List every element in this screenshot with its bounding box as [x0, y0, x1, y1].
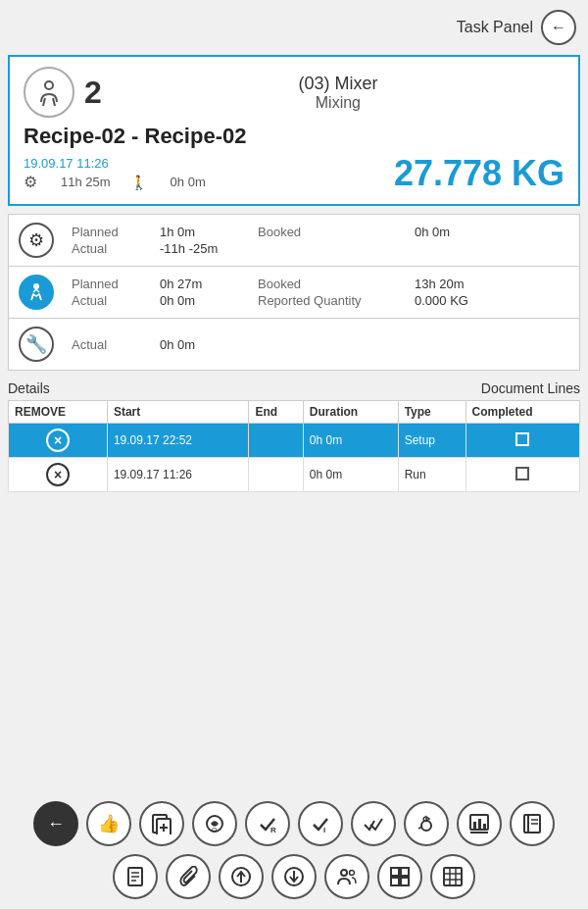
- svg-line-5: [39, 294, 41, 300]
- rooster-icon: [416, 813, 437, 834]
- actual-label-2: Actual: [72, 293, 160, 308]
- svg-point-11: [213, 822, 217, 826]
- attach-icon: [177, 866, 199, 887]
- booked-value-2: 13h 20m: [415, 277, 513, 291]
- type-cell-1: Setup: [398, 424, 466, 458]
- quantity-display: 27.778 KG: [394, 153, 564, 194]
- col-type: Type: [398, 401, 466, 424]
- end-cell-2: [249, 458, 303, 492]
- reported-qty-label: Reported Quantity: [258, 293, 415, 308]
- grid-icon: [389, 866, 411, 887]
- walk-icon-circle: [19, 275, 54, 310]
- completed-checkbox-1[interactable]: [515, 432, 529, 446]
- duration-cell-1: 0h 0m: [303, 424, 398, 458]
- header-date: 19.09.17 11:26: [24, 156, 206, 171]
- col-duration: Duration: [303, 401, 398, 424]
- svg-line-2: [53, 98, 55, 106]
- gear-icon: ⚙: [24, 173, 37, 191]
- scan-icon: O: [204, 813, 225, 834]
- booked2-value-1: [415, 241, 513, 256]
- page-icon: [124, 866, 146, 887]
- thumbs-up-button[interactable]: 👍: [86, 801, 131, 846]
- reported-qty-value: 0.000 KG: [415, 293, 513, 308]
- back-icon: ←: [47, 814, 65, 834]
- grid-button[interactable]: [377, 854, 422, 899]
- col-start: Start: [107, 401, 249, 424]
- gear-icon-circle: ⚙: [19, 223, 54, 258]
- download-button[interactable]: [271, 854, 317, 899]
- back-button[interactable]: ←: [33, 801, 78, 846]
- svg-rect-18: [473, 822, 476, 830]
- upload-button[interactable]: [219, 854, 264, 899]
- svg-text:O: O: [212, 827, 218, 833]
- header-card: 2 (03) Mixer Mixing Recipe-02 - Recipe-0…: [8, 55, 580, 206]
- remove-cell-1[interactable]: ×: [9, 424, 108, 458]
- header-center: (03) Mixer Mixing: [102, 74, 564, 112]
- planned-label-1: Planned: [72, 225, 160, 239]
- completed-cell-1[interactable]: [466, 424, 580, 458]
- completed-cell-2[interactable]: [466, 458, 580, 492]
- planned-value-1: 1h 0m: [160, 225, 258, 239]
- back-arrow-icon: ←: [551, 19, 566, 36]
- end-cell-1: [249, 424, 303, 458]
- check-i-icon: I: [310, 813, 331, 834]
- walk-icon-cell: [9, 267, 64, 318]
- start-cell-1: 19.09.17 22:52: [107, 424, 249, 458]
- check-r-icon: R: [257, 813, 278, 834]
- check-complete-button[interactable]: [351, 801, 396, 846]
- mixer-title: (03) Mixer: [112, 74, 564, 94]
- detail-row-walk: Planned 0h 27m Booked 13h 20m Actual 0h …: [9, 267, 579, 318]
- actual-label-3: Actual: [72, 337, 160, 352]
- start-cell-2: 19.09.17 11:26: [107, 458, 249, 492]
- scan-button[interactable]: O: [192, 801, 237, 846]
- col-remove: REMOVE: [9, 401, 108, 424]
- task-panel-title: Task Panel: [457, 19, 533, 36]
- attach-button[interactable]: [166, 854, 211, 899]
- rooster-button[interactable]: [404, 801, 449, 846]
- planned-value-2: 0h 27m: [160, 277, 258, 291]
- svg-point-15: [421, 821, 431, 831]
- gear-data: Planned 1h 0m Booked 0h 0m Actual -11h -…: [64, 219, 579, 262]
- remove-button-1[interactable]: ×: [46, 429, 70, 452]
- recipe-title: Recipe-02 - Recipe-02: [24, 124, 564, 149]
- col-end: End: [249, 401, 303, 424]
- remove-button-2[interactable]: ×: [46, 463, 70, 486]
- download-icon: [283, 866, 305, 887]
- list-view-button[interactable]: [430, 854, 475, 899]
- wrench-icon-circle: 🔧: [19, 327, 54, 362]
- details-title: Details: [8, 380, 50, 396]
- wrench-data: Actual 0h 0m: [64, 331, 579, 358]
- actual-value-1: -11h -25m: [160, 241, 258, 256]
- detail-section-1: ⚙ Planned 1h 0m Booked 0h 0m Actual -11h…: [8, 214, 580, 267]
- check-complete-icon: [363, 813, 384, 834]
- list-view-icon: [442, 866, 464, 887]
- remove-cell-2[interactable]: ×: [9, 458, 108, 492]
- booked-label-2: Booked: [258, 277, 415, 291]
- users-button[interactable]: [324, 854, 369, 899]
- page-button[interactable]: [113, 854, 158, 899]
- top-bar: Task Panel ←: [0, 0, 588, 55]
- stats-button[interactable]: [457, 801, 502, 846]
- completed-checkbox-2[interactable]: [515, 467, 529, 480]
- check-i-button[interactable]: I: [298, 801, 343, 846]
- detail-section-3: 🔧 Actual 0h 0m: [8, 319, 580, 371]
- svg-rect-20: [483, 824, 486, 830]
- thumbsup-icon: 👍: [98, 813, 120, 834]
- add-doc-button[interactable]: [139, 801, 184, 846]
- stats-icon: [468, 813, 490, 834]
- run-time: 0h 0m: [171, 175, 206, 189]
- check-r-button[interactable]: R: [245, 801, 290, 846]
- top-back-button[interactable]: ←: [541, 10, 576, 45]
- planned-label-2: Planned: [72, 277, 160, 291]
- svg-rect-38: [401, 878, 409, 885]
- booked2-label-1: [258, 241, 415, 256]
- upload-icon: [230, 866, 252, 887]
- type-cell-2: Run: [398, 458, 466, 492]
- details-table: REMOVE Start End Duration Type Completed…: [8, 400, 580, 492]
- book-button[interactable]: [510, 801, 555, 846]
- gear-icon-cell: ⚙: [9, 215, 64, 266]
- booked-value-1: 0h 0m: [415, 225, 513, 239]
- svg-rect-36: [401, 868, 409, 876]
- bottom-details: Details Document Lines REMOVE Start End …: [8, 380, 580, 492]
- header-number: 2: [84, 75, 102, 111]
